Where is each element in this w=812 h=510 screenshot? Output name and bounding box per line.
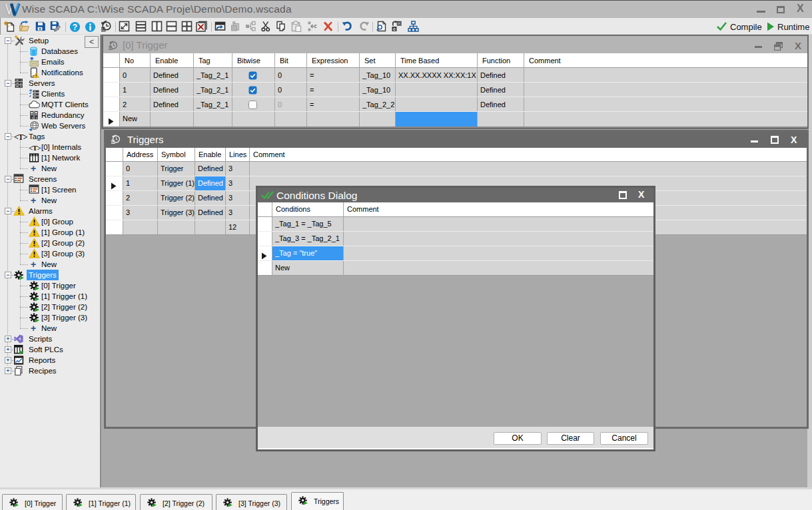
- svg-text:b: b: [398, 21, 400, 25]
- svg-text:?: ?: [73, 23, 77, 32]
- svg-text:c: c: [393, 27, 396, 31]
